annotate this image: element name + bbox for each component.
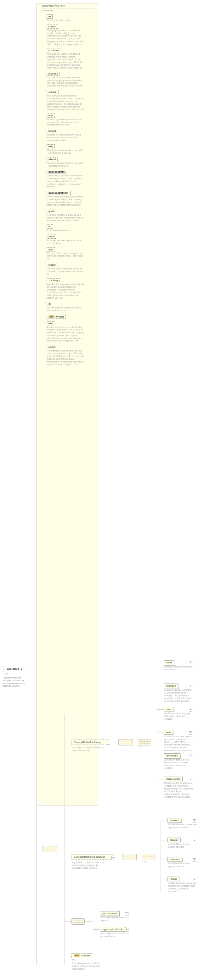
expand-icon[interactable]: + [189,662,192,665]
child-line [157,779,164,780]
line [36,849,43,849]
child-narrower: narrower [168,857,182,862]
child-name: name [164,660,175,665]
group-desc: A group of properties required to define… [72,746,107,752]
attr-any: any##other [46,315,84,319]
child-desc: Additional natural language information … [164,712,193,720]
child-desc: A set of properties specific to a person [101,916,130,922]
trunk-vline [36,3,37,965]
group-desc: A group of properties required to indica… [72,861,107,869]
expand-icon[interactable]: + [189,708,192,711]
expand-icon[interactable]: + [189,731,192,735]
child-definition: definition [164,684,178,688]
child-remoteInfo: remoteInfo [164,753,180,758]
group-label: ConceptDefinitionGroup [74,741,101,744]
child-line [160,840,168,840]
attr-how: howIndicates by which means the value wa… [46,113,84,126]
child-line [157,686,164,686]
expand-icon[interactable]: + [125,928,128,932]
expand-icon[interactable]: – [111,856,115,859]
any-badge: any [74,954,80,957]
attr-howuri: howuriIndicates by which means the value… [46,129,84,142]
child-line [157,709,164,710]
sequence-group1 [122,854,137,860]
child-desc: A natural language name for the concept. [164,666,193,671]
group-conceptrelationships: ConceptRelationshipsGroup – [72,854,114,859]
choice-party [72,918,85,925]
attr-creator: creatorIf the property value is not defi… [46,24,84,46]
line [93,913,93,929]
cardinality: 0..∞ [142,860,146,862]
attr-uri: uriA URI which identifies a [46,224,84,232]
expand-icon[interactable]: + [193,878,196,881]
sequence-main [43,846,57,852]
child-note: note [164,707,173,711]
attr-why: whyWhy the metadata has been included – … [46,144,84,155]
line [157,663,157,798]
expand-icon[interactable]: + [193,858,196,862]
ext-desc: Extension point for provider-defined pro… [72,962,101,970]
attr-roleuri: roleuriA refinement of the semantics of … [46,345,84,366]
expand-icon[interactable]: + [193,839,196,842]
attr-literal: literalA concept identifier expressed as… [46,235,84,245]
expand-icon[interactable]: + [189,778,192,781]
line [155,857,160,857]
expand-icon[interactable]: – [107,741,110,745]
attr-role: roleA refinement of the semantics of the… [46,321,84,342]
choice-group0 [138,739,151,745]
child-desc: Represents the position of a concept in … [164,782,193,799]
attr-modified: modifiedThe date (and, optionally, the t… [46,72,84,88]
line [160,821,161,893]
type-label: Flex1PartyPropType [41,5,65,7]
child-line [160,879,168,880]
attr-type: typeThe type of the concept assigned as … [46,247,84,260]
expand-icon[interactable]: + [193,819,196,823]
ext-label: ##other [82,954,90,957]
child-broader: broader [168,838,181,842]
line [57,849,64,849]
root-element-box: assignedTo [3,666,26,672]
child-sameAs: sameAs [168,818,181,823]
line [64,857,72,857]
line [64,921,72,921]
choice-group1 [142,854,155,860]
root-cardinality: 0..∞ [4,673,8,675]
line [151,742,157,742]
attr-custom: customIf set to true the corresponding p… [46,90,84,111]
child-desc: In NAR 1.8 and later ‘facet’ is deprecat… [164,735,193,754]
line [137,857,142,857]
child-hierarchyInfo: hierarchyInfo [164,776,183,781]
line [116,857,122,857]
line [85,921,93,921]
child-line [93,929,100,930]
attr-dir: dirThe directionality of textual content… [46,302,84,312]
attr-id: idThe local identifier of the [46,14,84,22]
attr-creatoruri: creatoruriIf the property value is not d… [46,48,84,69]
child-desc: A natural language definition of the sem… [164,689,193,703]
line [64,742,72,742]
group-conceptdefinition: ConceptDefinitionGroup – [72,740,109,745]
expand-icon[interactable]: + [189,754,192,758]
ext-card: 0..∞ [72,959,77,961]
child-personDetails: personDetails [100,911,120,916]
sequence-group0 [119,739,133,745]
attr-qcode: qcodeA concept identifier expressed as a… [46,209,84,222]
child-desc: A link to an item or a web resource whic… [164,759,193,770]
root-desc: The party which is assigned to cover the… [3,676,28,687]
root-element-label: assignedTo [7,667,22,670]
attr-xmllang: xml:langSpecifies the language of this p… [46,278,84,299]
attr-pubconstrainturi: pubconstrainturiOne or many constraints … [46,191,84,207]
attr-typeuri: typeuriThe type of the concept assigned … [46,263,84,276]
cardinality: 0..∞ [138,745,142,748]
line [64,714,65,965]
expand-icon[interactable]: + [189,685,192,688]
attr-whyuri: whyuriWhy the metadata has been included… [46,157,84,167]
line [64,956,72,956]
child-facet: facet [164,730,173,735]
child-organisationDetails: organisationDetails [100,927,126,932]
expand-icon[interactable]: + [125,912,128,916]
child-desc: A related concept, where the relationshi… [168,882,197,893]
child-related: related [168,877,179,881]
child-desc: An identifier of a concept with equivale… [168,823,197,829]
attributes-label: attributes [43,9,53,12]
